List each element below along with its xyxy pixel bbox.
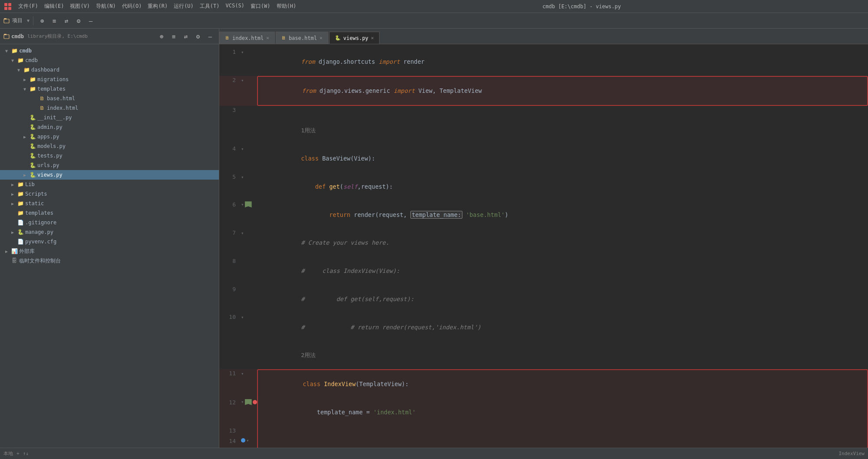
menu-vcs[interactable]: VCS(S) [223, 2, 247, 11]
cmdb-inner-label: cmdb [25, 57, 38, 63]
section-num-1 [219, 116, 241, 144]
line-content-5: def get(self,request): [257, 173, 868, 201]
gutter-10: ▾ [241, 313, 257, 341]
token-indexview-11: IndexView [324, 380, 356, 387]
sidebar-btn-3[interactable]: ⇄ [181, 31, 191, 42]
token-indent-5 [301, 183, 315, 190]
fold-icon-14[interactable]: ▾ [246, 438, 249, 443]
status-add[interactable]: + [17, 451, 20, 456]
menu-code[interactable]: 代码(O) [119, 2, 145, 11]
token-template-11: (TemplateView): [356, 380, 409, 387]
sidebar-item-manage-py[interactable]: ▶ 🐍 manage.py [0, 227, 219, 237]
sidebar-item-views-py[interactable]: ▶ 🐍 views.py [0, 170, 219, 180]
bookmark-icon-6[interactable] [245, 201, 252, 207]
menu-run[interactable]: 运行(U) [171, 2, 196, 11]
sidebar-item-gitignore[interactable]: ▶ 📄 .gitignore [0, 218, 219, 227]
tab-base-html[interactable]: 🗎 base.html ✕ [276, 32, 328, 44]
tab-index-close[interactable]: ✕ [266, 35, 269, 41]
sidebar-item-external-libs[interactable]: ▶ 📊 外部库 [0, 246, 219, 256]
sidebar-item-templates-inner[interactable]: ▼ 📁 templates [0, 84, 219, 94]
fold-icon-5[interactable]: ▾ [241, 174, 244, 180]
token-render: render [400, 58, 425, 65]
menu-window[interactable]: 窗口(W) [248, 2, 273, 11]
sidebar-item-tests-py[interactable]: ▶ 🐍 tests.py [0, 151, 219, 161]
sidebar-item-static[interactable]: ▶ 📁 static [0, 199, 219, 208]
templates-outer-icon: 📁 [17, 210, 24, 216]
sidebar-item-base-html[interactable]: ▶ 🗎 base.html [0, 94, 219, 103]
fold-icon-6[interactable]: ▾ [241, 202, 244, 207]
fold-icon-10[interactable]: ▾ [241, 315, 244, 320]
sidebar-item-models-py[interactable]: ▶ 🐍 models.py [0, 141, 219, 151]
toolbar-btn-collapse[interactable]: ⇄ [61, 16, 72, 26]
status-add-btn[interactable]: + [17, 451, 20, 456]
token-req-5: ,request): [357, 183, 393, 190]
tab-base-close[interactable]: ✕ [320, 35, 323, 41]
svg-rect-5 [4, 18, 7, 20]
menu-help[interactable]: 帮助(H) [274, 2, 299, 11]
toolbar-sep-1 [33, 16, 33, 25]
sidebar-btn-4[interactable]: ⚙ [193, 31, 203, 42]
project-dropdown-arrow[interactable]: ▼ [27, 18, 30, 23]
toolbar-btn-locate[interactable]: ⊕ [37, 16, 47, 26]
sidebar-item-pyvenv[interactable]: ▶ 📄 pyvenv.cfg [0, 237, 219, 246]
toolbar-btn-settings[interactable]: ⚙ [73, 16, 84, 26]
fold-icon-7[interactable]: ▾ [241, 230, 244, 236]
manage-arrow: ▶ [10, 230, 16, 235]
fold-icon-12[interactable]: ▾ [241, 399, 244, 405]
fold-icon-11[interactable]: ▾ [241, 371, 244, 377]
token-return-6: return [329, 211, 350, 218]
menu-nav[interactable]: 导航(N) [93, 2, 119, 11]
fold-icon-4[interactable]: ▾ [241, 146, 244, 152]
menu-file[interactable]: 文件(F) [16, 2, 41, 11]
bp-blue-icon-14[interactable] [241, 438, 245, 443]
toolbar-btn-expand[interactable]: ≡ [49, 16, 59, 26]
menu-view[interactable]: 视图(V) [67, 2, 92, 11]
sidebar-item-dashboard[interactable]: ▼ 📁 dashboard [0, 65, 219, 75]
code-section-1: 1用法 [219, 116, 868, 144]
sidebar-item-migrations[interactable]: ▶ 📁 migrations [0, 75, 219, 84]
sidebar-item-cmdb-inner[interactable]: ▼ 📁 cmdb [0, 56, 219, 65]
sidebar-item-admin-py[interactable]: ▶ 🐍 admin.py [0, 122, 219, 132]
toolbar-btn-minimize[interactable]: — [86, 16, 96, 26]
templates-inner-label: templates [37, 86, 66, 92]
sidebar-item-cmdb[interactable]: ▼ 📁 cmdb [0, 46, 219, 56]
menu-bar[interactable]: 文件(F) 编辑(E) 视图(V) 导航(N) 代码(O) 重构(R) 运行(U… [16, 2, 299, 11]
line-content-13 [257, 426, 868, 437]
tab-views-py[interactable]: 🐍 views.py ✕ [329, 32, 380, 44]
tab-index-html[interactable]: 🗎 index.html ✕ [219, 32, 275, 44]
fold-icon-2[interactable]: ▾ [241, 78, 244, 83]
sidebar-item-lib[interactable]: ▶ 📁 Lib [0, 180, 219, 189]
menu-refactor[interactable]: 重构(R) [145, 2, 170, 11]
cmdb-arrow: ▼ [3, 49, 10, 53]
sidebar-btn-1[interactable]: ⊕ [156, 31, 167, 42]
code-line-10: 10 ▾ # # return render(request,'index.ht… [219, 313, 868, 341]
tab-views-close[interactable]: ✕ [371, 35, 374, 41]
sidebar-btn-2[interactable]: ≡ [168, 31, 179, 42]
line-content-7: # Create your views here. [257, 229, 868, 257]
code-editor[interactable]: 1 ▾ from django.shortcuts import render … [219, 44, 868, 448]
token-fn-14: get_context_data [331, 447, 387, 448]
sidebar-item-apps-py[interactable]: ▶ 🐍 apps.py [0, 132, 219, 141]
gutter-8 [241, 257, 257, 285]
project-label: 项目 [12, 17, 23, 24]
menu-tools[interactable]: 工具(T) [197, 2, 222, 11]
templates-inner-icon: 📁 [29, 85, 36, 92]
sidebar-item-index-html[interactable]: ▶ 🗎 index.html [0, 103, 219, 113]
sidebar-btn-5[interactable]: — [205, 31, 215, 42]
migrations-icon: 📁 [29, 76, 36, 83]
token-indent-12: template_name = [303, 409, 373, 416]
sidebar-item-urls-py[interactable]: ▶ 🐍 urls.py [0, 161, 219, 170]
token-from-2: from [302, 87, 316, 94]
menu-edit[interactable]: 编辑(E) [42, 2, 67, 11]
bp-icon-12[interactable] [253, 400, 257, 404]
gutter-2: ▾ [241, 76, 257, 106]
sidebar-item-init-py[interactable]: ▶ 🐍 __init__.py [0, 113, 219, 122]
svg-rect-6 [4, 35, 9, 39]
sidebar-item-scripts[interactable]: ▶ 📁 Scripts [0, 189, 219, 199]
sidebar-item-templates-outer[interactable]: ▶ 📁 templates [0, 208, 219, 218]
sidebar-item-temp-files[interactable]: ▶ 🗄 临时文件和控制台 [0, 256, 219, 266]
manage-label: manage.py [25, 229, 53, 235]
fold-icon-1[interactable]: ▾ [241, 49, 244, 55]
bookmark-icon-12[interactable] [245, 399, 252, 405]
status-arrows[interactable]: ↑↓ [23, 451, 29, 456]
